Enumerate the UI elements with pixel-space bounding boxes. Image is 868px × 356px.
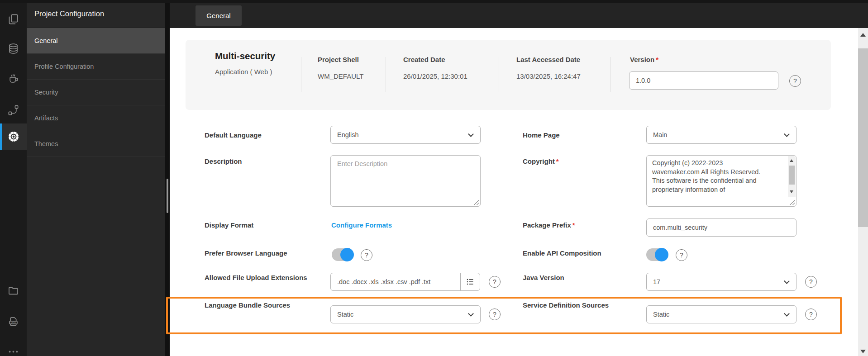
project-type: Application ( Web ) [215,68,272,76]
java-version-value: 17 [653,278,660,285]
card-divider [499,57,499,92]
description-textarea[interactable] [331,156,480,206]
active-rail-indicator [0,123,2,150]
folder-icon[interactable] [0,280,27,301]
extensions-list-button[interactable] [460,273,480,291]
enable-api-composition-toggle[interactable] [646,248,668,261]
service-definition-sources-value: Static [653,311,669,318]
sidebar-title: Project Configuration [27,0,165,28]
log-file-icon[interactable]: LOG [0,310,27,332]
copyright-scrollbar[interactable] [788,156,796,197]
general-settings-panel: Multi-security Application ( Web ) Proje… [170,28,858,356]
copyright-text: Copyright (c) 2022-2023 wavemaker.com Al… [652,159,784,204]
topbar: General [170,0,868,28]
main-area: General Multi-security Application ( Web… [170,0,868,356]
icon-rail: LOG [0,0,27,356]
language-bundle-sources-value: Static [337,311,353,318]
sidebar-item-security[interactable]: Security [27,80,165,105]
sidebar-item-artifacts[interactable]: Artifacts [27,105,165,131]
java-version-label: Java Version [523,274,564,281]
project-info-card: Multi-security Application ( Web ) Proje… [186,40,831,110]
java-services-icon[interactable] [0,67,27,89]
package-prefix-label: Package Prefix* [523,221,575,229]
required-asterisk: * [572,221,575,229]
default-language-select[interactable]: English [330,126,481,144]
sidebar-item-general[interactable]: General [27,28,165,54]
enable-api-composition-help-icon[interactable]: ? [676,249,687,261]
enable-api-composition-label: Enable API Composition [523,249,601,257]
last-accessed-date-value: 13/03/2025, 16:24:47 [516,72,581,80]
more-options-icon[interactable] [0,341,27,356]
prefer-browser-language-toggle[interactable] [332,248,353,261]
display-format-label: Display Format [205,221,253,229]
copyright-label: Copyright* [523,157,559,165]
orchestration-icon[interactable] [0,99,27,121]
copyright-textarea[interactable]: Copyright (c) 2022-2023 wavemaker.com Al… [646,155,796,207]
chevron-down-icon [784,311,790,317]
allowed-file-upload-extensions-input[interactable] [330,273,461,291]
copyright-scrollbar-thumb[interactable] [789,166,795,185]
card-divider [386,57,386,92]
sidebar-divider [165,0,170,356]
chevron-down-icon [784,131,790,137]
scroll-up-icon[interactable] [790,159,793,162]
card-divider [610,57,610,92]
service-definition-sources-help-icon[interactable]: ? [805,309,817,320]
scroll-up-icon[interactable] [860,33,866,37]
default-language-value: English [337,131,359,138]
chevron-down-icon [468,311,474,317]
language-bundle-sources-label: Language Bundle Sources [205,301,290,309]
configure-formats-link[interactable]: Configure Formats [331,221,392,229]
last-accessed-date-label: Last Accessed Date [516,56,580,63]
prefer-browser-language-help-icon[interactable]: ? [361,249,372,261]
log-icon-label: LOG [11,321,16,323]
version-input[interactable] [629,71,778,90]
package-prefix-input[interactable] [646,218,796,237]
card-divider [301,57,301,92]
version-label: Version* [630,56,658,63]
pages-icon[interactable] [0,8,27,30]
scroll-down-icon[interactable] [790,190,793,193]
window-top-strip [0,0,868,3]
created-date-value: 26/01/2025, 12:30:01 [403,72,467,80]
required-asterisk: * [656,56,658,63]
page-scrollbar[interactable] [858,28,868,356]
project-name: Multi-security [215,51,275,62]
database-icon[interactable] [0,38,27,59]
service-definition-sources-label: Service Definition Sources [523,301,609,309]
sidebar-item-themes[interactable]: Themes [27,131,165,157]
toggle-knob [655,248,668,261]
config-sidebar: Project Configuration General Profile Co… [27,0,165,356]
toggle-knob [340,248,354,261]
prefer-browser-language-label: Prefer Browser Language [205,249,287,257]
description-label: Description [205,157,242,165]
sidebar-item-profile-configuration[interactable]: Profile Configuration [27,54,165,80]
created-date-label: Created Date [403,56,445,63]
java-version-help-icon[interactable]: ? [805,276,817,288]
home-page-label: Home Page [523,131,560,139]
page-scrollbar-thumb[interactable] [858,48,868,227]
tab-general[interactable]: General [196,5,242,26]
list-icon [466,277,475,286]
allowed-file-upload-extensions-help-icon[interactable]: ? [489,276,501,288]
settings-gear-icon[interactable] [0,123,27,150]
sidebar-scrollbar-thumb[interactable] [167,179,168,213]
description-textarea-wrap [330,155,481,207]
language-bundle-sources-select[interactable]: Static [330,305,481,323]
allowed-file-upload-extensions-label: Allowed File Upload Extensions [205,274,307,281]
version-help-icon[interactable]: ? [789,75,801,87]
chevron-down-icon [468,131,474,137]
language-bundle-sources-help-icon[interactable]: ? [489,309,501,320]
chevron-down-icon [784,278,790,284]
required-asterisk: * [556,157,559,165]
service-definition-sources-select[interactable]: Static [646,305,796,323]
scroll-down-icon[interactable] [860,350,866,353]
home-page-select[interactable]: Main [646,126,796,144]
home-page-value: Main [653,131,667,138]
project-shell-label: Project Shell [318,56,359,63]
project-shell-value: WM_DEFAULT [318,72,363,80]
resize-grip-icon[interactable] [789,199,795,205]
default-language-label: Default Language [205,131,262,139]
java-version-select[interactable]: 17 [646,273,796,291]
